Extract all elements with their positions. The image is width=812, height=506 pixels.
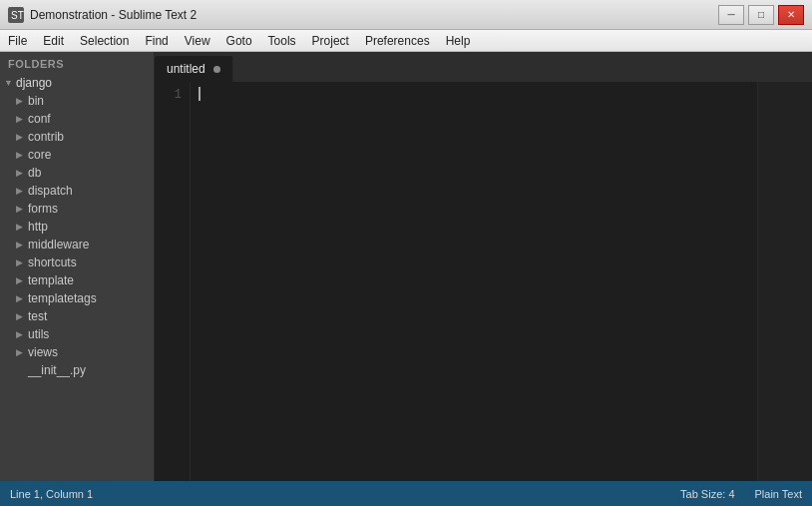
tab-modified-indicator [213, 66, 220, 73]
menu-item-goto[interactable]: Goto [218, 30, 260, 51]
sidebar-item-dispatch[interactable]: ▶dispatch [0, 182, 154, 200]
menu-item-help[interactable]: Help [438, 30, 479, 51]
minimap [757, 82, 812, 481]
svg-text:ST: ST [11, 10, 24, 21]
editor-content[interactable]: 1 [155, 82, 812, 481]
menu-item-selection[interactable]: Selection [72, 30, 137, 51]
tab-label: untitled [167, 62, 205, 76]
sidebar-item-http[interactable]: ▶http [0, 218, 154, 236]
menu-item-find[interactable]: Find [137, 30, 176, 51]
editor-area: untitled 1 [155, 52, 812, 481]
close-button[interactable]: ✕ [778, 5, 804, 25]
minimize-button[interactable]: ─ [718, 5, 744, 25]
status-syntax[interactable]: Plain Text [755, 488, 803, 500]
sidebar-tree: ▼django▶bin▶conf▶contrib▶core▶db▶dispatc… [0, 74, 154, 379]
sidebar-item-utils[interactable]: ▶utils [0, 325, 154, 343]
code-editor[interactable] [191, 82, 812, 481]
sidebar-item-core[interactable]: ▶core [0, 146, 154, 164]
maximize-button[interactable]: □ [748, 5, 774, 25]
tab-bar: untitled [155, 52, 812, 82]
sidebar-item-db[interactable]: ▶db [0, 164, 154, 182]
window-controls: ─ □ ✕ [718, 5, 804, 25]
text-cursor [199, 87, 201, 101]
menu-item-edit[interactable]: Edit [35, 30, 72, 51]
menu-bar: FileEditSelectionFindViewGotoToolsProjec… [0, 30, 812, 52]
menu-item-project[interactable]: Project [304, 30, 357, 51]
status-tab-size[interactable]: Tab Size: 4 [680, 488, 734, 500]
sidebar-item-template[interactable]: ▶template [0, 271, 154, 289]
menu-item-file[interactable]: File [0, 30, 35, 51]
app-icon: ST [8, 7, 24, 23]
sidebar-item-test[interactable]: ▶test [0, 307, 154, 325]
sidebar-item-templatetags[interactable]: ▶templatetags [0, 289, 154, 307]
sidebar-item-contrib[interactable]: ▶contrib [0, 128, 154, 146]
title-bar: ST Demonstration - Sublime Text 2 ─ □ ✕ [0, 0, 812, 30]
window-title: Demonstration - Sublime Text 2 [30, 8, 718, 22]
menu-item-preferences[interactable]: Preferences [357, 30, 438, 51]
status-position[interactable]: Line 1, Column 1 [10, 488, 680, 500]
sidebar-item-shortcuts[interactable]: ▶shortcuts [0, 253, 154, 271]
status-bar: Line 1, Column 1 Tab Size: 4 Plain Text [0, 481, 812, 506]
folders-label: FOLDERS [0, 52, 154, 74]
sidebar-item---init---py[interactable]: ▶__init__.py [0, 361, 154, 379]
status-right: Tab Size: 4 Plain Text [680, 488, 802, 500]
sidebar-item-forms[interactable]: ▶forms [0, 200, 154, 218]
sidebar-item-views[interactable]: ▶views [0, 343, 154, 361]
sidebar-item-conf[interactable]: ▶conf [0, 110, 154, 128]
sidebar-item-django[interactable]: ▼django [0, 74, 154, 92]
line-numbers: 1 [155, 82, 191, 481]
sidebar-item-bin[interactable]: ▶bin [0, 92, 154, 110]
menu-item-view[interactable]: View [177, 30, 218, 51]
menu-item-tools[interactable]: Tools [260, 30, 304, 51]
editor-tab[interactable]: untitled [155, 56, 233, 82]
sidebar: FOLDERS ▼django▶bin▶conf▶contrib▶core▶db… [0, 52, 155, 481]
sidebar-item-middleware[interactable]: ▶middleware [0, 236, 154, 253]
main-layout: FOLDERS ▼django▶bin▶conf▶contrib▶core▶db… [0, 52, 812, 481]
line-number-1: 1 [155, 86, 182, 105]
